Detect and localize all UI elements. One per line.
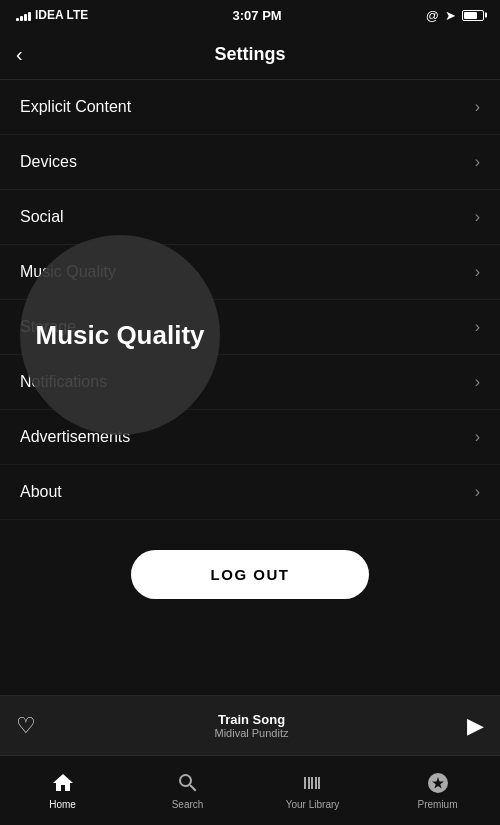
notifications-label: Notifications — [20, 373, 107, 391]
settings-list: Explicit Content › Devices › Social › Mu… — [0, 80, 500, 520]
about-chevron: › — [475, 483, 480, 501]
nav-item-library[interactable]: Your Library — [250, 771, 375, 810]
now-playing-song: Train Song — [36, 712, 467, 727]
storage-chevron: › — [475, 318, 480, 336]
settings-item-explicit-content[interactable]: Explicit Content › — [0, 80, 500, 135]
settings-header: ‹ Settings — [0, 30, 500, 80]
nav-item-home[interactable]: Home — [0, 771, 125, 810]
settings-item-music-quality[interactable]: Music Quality › — [0, 245, 500, 300]
heart-icon[interactable]: ♡ — [16, 713, 36, 739]
advertisements-label: Advertisements — [20, 428, 130, 446]
settings-item-social[interactable]: Social › — [0, 190, 500, 245]
notifications-chevron: › — [475, 373, 480, 391]
search-icon — [176, 771, 200, 795]
settings-item-devices[interactable]: Devices › — [0, 135, 500, 190]
search-nav-label: Search — [172, 799, 204, 810]
library-nav-label: Your Library — [286, 799, 340, 810]
explicit-content-label: Explicit Content — [20, 98, 131, 116]
social-label: Social — [20, 208, 64, 226]
settings-item-storage[interactable]: Storage › — [0, 300, 500, 355]
status-carrier: IDEA LTE — [16, 8, 88, 22]
about-label: About — [20, 483, 62, 501]
location-icon: @ — [426, 8, 439, 23]
signal-icon — [16, 9, 31, 21]
social-chevron: › — [475, 208, 480, 226]
music-quality-label: Music Quality — [20, 263, 116, 281]
status-time: 3:07 PM — [233, 8, 282, 23]
devices-label: Devices — [20, 153, 77, 171]
explicit-content-chevron: › — [475, 98, 480, 116]
settings-item-notifications[interactable]: Notifications › — [0, 355, 500, 410]
page-title: Settings — [214, 44, 285, 65]
battery-icon — [462, 10, 484, 21]
back-button[interactable]: ‹ — [16, 43, 23, 66]
storage-label: Storage — [20, 318, 76, 336]
status-icons: @ ➤ — [426, 8, 484, 23]
now-playing-info: Train Song Midival Punditz — [36, 712, 467, 739]
now-playing-bar: ♡ Train Song Midival Punditz ▶︎ — [0, 695, 500, 755]
premium-icon — [426, 771, 450, 795]
settings-item-about[interactable]: About › — [0, 465, 500, 520]
compass-icon: ➤ — [445, 8, 456, 23]
music-quality-chevron: › — [475, 263, 480, 281]
logout-container: LOG OUT — [0, 520, 500, 629]
nav-item-search[interactable]: Search — [125, 771, 250, 810]
library-icon — [301, 771, 325, 795]
nav-item-premium[interactable]: Premium — [375, 771, 500, 810]
play-button[interactable]: ▶︎ — [467, 713, 484, 739]
advertisements-chevron: › — [475, 428, 480, 446]
devices-chevron: › — [475, 153, 480, 171]
home-nav-label: Home — [49, 799, 76, 810]
premium-nav-label: Premium — [417, 799, 457, 810]
now-playing-artist: Midival Punditz — [36, 727, 467, 739]
home-icon — [51, 771, 75, 795]
settings-item-advertisements[interactable]: Advertisements › — [0, 410, 500, 465]
status-bar: IDEA LTE 3:07 PM @ ➤ — [0, 0, 500, 30]
bottom-navigation: Home Search Your Library Premium — [0, 755, 500, 825]
logout-button[interactable]: LOG OUT — [131, 550, 370, 599]
settings-content: Music Quality Explicit Content › Devices… — [0, 80, 500, 629]
